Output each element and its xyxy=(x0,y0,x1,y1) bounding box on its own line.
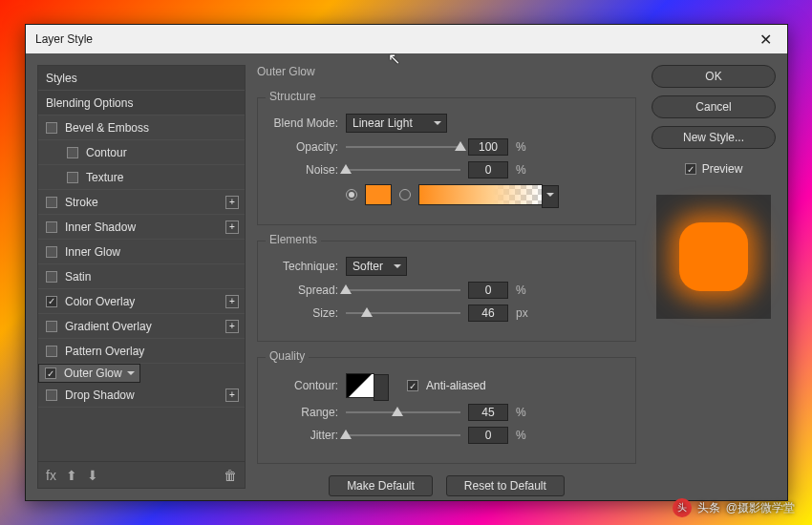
contour-picker[interactable] xyxy=(346,373,374,398)
panel-title: Outer Glow xyxy=(257,65,636,78)
style-checkbox[interactable] xyxy=(46,197,57,208)
fx-icon[interactable]: fx xyxy=(46,468,56,483)
sidebar-item-label: Inner Shadow xyxy=(65,220,136,234)
quality-label: Quality xyxy=(266,349,309,363)
sidebar-item-gradient-overlay[interactable]: Gradient Overlay+ xyxy=(38,314,245,339)
style-checkbox[interactable] xyxy=(46,246,57,258)
window-title: Layer Style xyxy=(35,32,93,46)
opacity-slider[interactable] xyxy=(346,140,460,154)
layer-style-dialog: Layer Style ✕ StylesBlending OptionsBeve… xyxy=(25,24,788,501)
style-checkbox[interactable] xyxy=(46,122,57,134)
new-style-button[interactable]: New Style... xyxy=(652,126,776,149)
sidebar-item-label: Styles xyxy=(46,72,77,85)
preview-label: Preview xyxy=(702,162,743,176)
style-checkbox[interactable] xyxy=(46,271,57,283)
sidebar-item-color-overlay[interactable]: Color Overlay+ xyxy=(38,289,245,314)
sidebar-item-label: Inner Glow xyxy=(65,245,120,259)
preview-thumbnail xyxy=(656,195,771,319)
blend-mode-label: Blend Mode: xyxy=(269,116,338,130)
elements-group: Elements Technique: Softer Spread: 0 % S… xyxy=(257,241,636,342)
jitter-label: Jitter: xyxy=(269,429,338,442)
spread-label: Spread: xyxy=(269,284,338,297)
settings-panel: Outer Glow Structure Blend Mode: Linear … xyxy=(257,65,640,489)
jitter-input[interactable]: 0 xyxy=(468,427,508,444)
sidebar-item-label: Texture xyxy=(86,171,123,184)
trash-icon[interactable]: 🗑 xyxy=(224,468,237,483)
sidebar-item-inner-shadow[interactable]: Inner Shadow+ xyxy=(38,215,245,240)
sidebar-item-stroke[interactable]: Stroke+ xyxy=(38,190,245,215)
range-slider[interactable] xyxy=(346,406,460,419)
sidebar-item-bevel-emboss[interactable]: Bevel & Emboss xyxy=(38,116,245,140)
elements-label: Elements xyxy=(266,233,321,246)
size-input[interactable]: 46 xyxy=(468,304,508,322)
opacity-input[interactable]: 100 xyxy=(468,138,508,156)
contour-label: Contour: xyxy=(269,379,338,392)
sidebar-item-label: Bevel & Emboss xyxy=(65,121,149,135)
sidebar-item-label: Stroke xyxy=(65,196,98,209)
sidebar-item-texture[interactable]: Texture xyxy=(38,165,245,190)
style-checkbox[interactable] xyxy=(46,296,57,307)
structure-group: Structure Blend Mode: Linear Light Opaci… xyxy=(257,97,636,225)
style-checkbox[interactable] xyxy=(46,346,57,357)
add-effect-icon[interactable]: + xyxy=(225,320,239,333)
sidebar-item-outer-glow[interactable]: Outer Glow xyxy=(38,364,140,383)
styles-sidebar: StylesBlending OptionsBevel & EmbossCont… xyxy=(37,65,246,489)
style-checkbox[interactable] xyxy=(45,368,56,379)
right-panel: OK Cancel New Style... Preview xyxy=(652,65,776,489)
add-effect-icon[interactable]: + xyxy=(225,196,239,209)
sidebar-item-label: Blending Options xyxy=(46,96,133,110)
style-checkbox[interactable] xyxy=(67,147,78,158)
sidebar-item-satin[interactable]: Satin xyxy=(38,264,245,289)
sidebar-item-label: Gradient Overlay xyxy=(65,320,152,333)
range-input[interactable]: 45 xyxy=(468,404,508,421)
ok-button[interactable]: OK xyxy=(652,65,776,88)
titlebar[interactable]: Layer Style ✕ xyxy=(26,25,787,53)
anti-aliased-label: Anti-aliased xyxy=(426,379,486,392)
sidebar-item-contour[interactable]: Contour xyxy=(38,140,245,165)
gradient-picker[interactable] xyxy=(418,184,543,205)
add-effect-icon[interactable]: + xyxy=(225,295,239,308)
range-label: Range: xyxy=(269,406,338,419)
spread-slider[interactable] xyxy=(346,284,460,297)
make-default-button[interactable]: Make Default xyxy=(329,475,433,496)
sidebar-item-label: Satin xyxy=(65,270,91,284)
blend-mode-select[interactable]: Linear Light xyxy=(346,114,447,133)
style-checkbox[interactable] xyxy=(46,389,57,401)
opacity-label: Opacity: xyxy=(269,140,338,154)
sidebar-item-label: Color Overlay xyxy=(65,295,135,308)
sidebar-item-pattern-overlay[interactable]: Pattern Overlay xyxy=(38,339,245,364)
noise-label: Noise: xyxy=(269,163,338,177)
close-icon[interactable]: ✕ xyxy=(754,29,778,51)
style-checkbox[interactable] xyxy=(67,172,78,183)
quality-group: Quality Contour: Anti-aliased Range: 45 … xyxy=(257,357,636,464)
style-checkbox[interactable] xyxy=(46,321,57,332)
sidebar-item-drop-shadow[interactable]: Drop Shadow+ xyxy=(38,383,245,408)
gradient-radio[interactable] xyxy=(399,189,411,200)
add-effect-icon[interactable]: + xyxy=(225,388,239,402)
preview-checkbox[interactable] xyxy=(685,163,696,175)
size-label: Size: xyxy=(269,306,338,320)
color-swatch[interactable] xyxy=(365,184,392,205)
sidebar-item-label: Outer Glow xyxy=(64,367,122,380)
sidebar-item-blending-options[interactable]: Blending Options xyxy=(38,91,245,116)
noise-input[interactable]: 0 xyxy=(468,161,508,178)
size-slider[interactable] xyxy=(346,306,460,320)
solid-color-radio[interactable] xyxy=(346,189,357,200)
anti-aliased-checkbox[interactable] xyxy=(407,380,418,391)
reset-default-button[interactable]: Reset to Default xyxy=(446,475,565,496)
sidebar-item-styles[interactable]: Styles xyxy=(38,66,245,91)
noise-slider[interactable] xyxy=(346,163,460,177)
technique-select[interactable]: Softer xyxy=(346,257,407,276)
watermark: 头 头条 @摄影微学堂 xyxy=(673,498,795,517)
structure-label: Structure xyxy=(266,90,320,103)
style-checkbox[interactable] xyxy=(46,221,57,233)
sidebar-footer: fx ⬆ ⬇ 🗑 xyxy=(38,461,245,488)
arrow-up-icon[interactable]: ⬆ xyxy=(66,468,77,483)
cancel-button[interactable]: Cancel xyxy=(652,95,776,118)
arrow-down-icon[interactable]: ⬇ xyxy=(87,468,98,483)
sidebar-item-inner-glow[interactable]: Inner Glow xyxy=(38,240,245,264)
spread-input[interactable]: 0 xyxy=(468,282,508,299)
add-effect-icon[interactable]: + xyxy=(225,220,239,234)
jitter-slider[interactable] xyxy=(346,429,460,442)
sidebar-item-label: Pattern Overlay xyxy=(65,345,144,358)
